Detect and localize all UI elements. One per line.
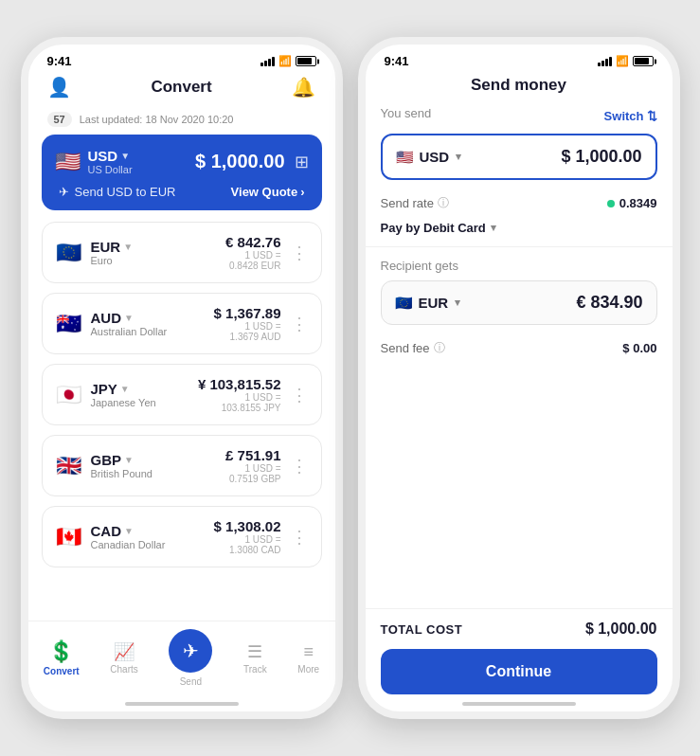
cad-rate: 1 USD =1.3080 CAD bbox=[214, 534, 281, 555]
pay-chevron-icon: ▾ bbox=[491, 222, 496, 234]
nav-send-label: Send bbox=[180, 676, 202, 687]
base-currency-card[interactable]: 🇺🇸 USD ▼ US Dollar $ 1,000.00 ⊞ bbox=[42, 135, 322, 210]
nav-send[interactable]: ✈ Send bbox=[169, 629, 212, 687]
rate-info-icon[interactable]: ⓘ bbox=[438, 195, 449, 211]
status-icons-left: 📶 bbox=[260, 55, 316, 67]
usd-name: US Dollar bbox=[88, 164, 133, 175]
jpy-name: Japanese Yen bbox=[91, 397, 156, 408]
cad-card[interactable]: 🇨🇦 CAD ▼ Canadian Dollar $ 1,308.02 1 US… bbox=[42, 506, 322, 567]
send-button[interactable]: ✈ bbox=[169, 629, 212, 673]
aud-code: AUD ▼ bbox=[91, 310, 168, 326]
send-rate-value: 0.8349 bbox=[607, 196, 657, 210]
profile-icon[interactable]: 👤 bbox=[47, 76, 71, 99]
cad-amount: $ 1,308.02 bbox=[214, 518, 281, 534]
jpy-more-icon[interactable]: ⋮ bbox=[291, 385, 308, 405]
battery-icon bbox=[296, 56, 316, 66]
signal-icon-right bbox=[598, 57, 612, 66]
nav-more-label: More bbox=[297, 664, 319, 675]
recipient-amount-card: 🇪🇺 EUR ▾ € 834.90 bbox=[381, 280, 657, 325]
send-money-header: Send money bbox=[366, 72, 673, 106]
status-bar-left: 9:41 📶 bbox=[28, 45, 335, 72]
send-label: ✈ Send USD to EUR bbox=[59, 185, 176, 199]
track-icon: ☰ bbox=[247, 641, 262, 662]
send-currency-selector[interactable]: 🇺🇸 USD ▾ bbox=[396, 149, 462, 166]
recipient-flag: 🇪🇺 bbox=[395, 295, 413, 312]
fee-info-icon[interactable]: ⓘ bbox=[434, 340, 445, 356]
home-indicator-left bbox=[125, 702, 239, 706]
gbp-more-icon[interactable]: ⋮ bbox=[291, 456, 308, 477]
gbp-card[interactable]: 🇬🇧 GBP ▼ British Pound £ 751.91 1 USD =0… bbox=[42, 435, 322, 496]
send-fee-row: Send fee ⓘ $ 0.00 bbox=[381, 334, 657, 368]
aud-rate: 1 USD =1.3679 AUD bbox=[214, 321, 281, 342]
gbp-name: British Pound bbox=[91, 468, 153, 479]
send-content: You send Switch ⇅ 🇺🇸 USD ▾ $ 1,000.00 Se… bbox=[366, 106, 673, 608]
nav-convert[interactable]: 💲 Convert bbox=[44, 639, 80, 676]
view-quote-link[interactable]: View Quote › bbox=[231, 185, 305, 199]
left-phone: 9:41 📶 👤 Convert 🔔 57 bbox=[21, 37, 343, 719]
send-amount-value[interactable]: $ 1,000.00 bbox=[561, 147, 641, 167]
send-code: USD bbox=[420, 149, 450, 165]
send-fee-label: Send fee ⓘ bbox=[381, 340, 445, 356]
total-cost-value: $ 1,000.00 bbox=[585, 621, 657, 638]
wifi-icon: 📶 bbox=[278, 55, 292, 67]
recipient-section: Recipient gets 🇪🇺 EUR ▾ € 834.90 bbox=[381, 259, 657, 325]
aud-card[interactable]: 🇦🇺 AUD ▼ Australian Dollar $ 1,367.89 1 … bbox=[42, 293, 322, 354]
calculator-icon[interactable]: ⊞ bbox=[295, 152, 309, 172]
nav-track-label: Track bbox=[243, 664, 267, 675]
bell-icon[interactable]: 🔔 bbox=[292, 76, 315, 99]
nav-charts[interactable]: 📈 Charts bbox=[110, 641, 137, 675]
eur-more-icon[interactable]: ⋮ bbox=[291, 243, 308, 263]
send-amount-input[interactable]: 🇺🇸 USD ▾ $ 1,000.00 bbox=[381, 134, 657, 180]
more-icon: ≡ bbox=[303, 642, 314, 662]
gbp-amount: £ 751.91 bbox=[225, 447, 280, 463]
nav-track[interactable]: ☰ Track bbox=[243, 641, 267, 675]
total-cost-label: TOTAL COST bbox=[381, 622, 463, 637]
charts-icon: 📈 bbox=[114, 641, 135, 662]
battery-icon-right bbox=[633, 56, 654, 66]
recipient-currency-selector[interactable]: 🇪🇺 EUR ▾ bbox=[395, 295, 461, 312]
send-money-title: Send money bbox=[471, 76, 566, 94]
eur-amount: € 842.76 bbox=[225, 234, 280, 250]
status-icons-right: 📶 bbox=[598, 55, 654, 67]
gbp-rate: 1 USD =0.7519 GBP bbox=[225, 463, 280, 484]
eur-name: Euro bbox=[91, 255, 134, 266]
recipient-amount-value: € 834.90 bbox=[576, 293, 642, 313]
aud-flag: 🇦🇺 bbox=[56, 314, 81, 334]
send-fee-value: $ 0.00 bbox=[622, 341, 656, 355]
home-indicator-right bbox=[462, 702, 576, 706]
eur-card[interactable]: 🇪🇺 EUR ▼ Euro € 842.76 1 USD =0.8428 EUR… bbox=[42, 222, 322, 283]
send-bar[interactable]: ✈ Send USD to EUR View Quote › bbox=[55, 175, 309, 210]
aud-amount: $ 1,367.89 bbox=[214, 305, 281, 321]
eur-code: EUR ▼ bbox=[91, 239, 134, 255]
send-icon: ✈ bbox=[183, 639, 199, 662]
you-send-label: You send bbox=[381, 106, 432, 120]
aud-more-icon[interactable]: ⋮ bbox=[291, 314, 308, 334]
cad-name: Canadian Dollar bbox=[91, 539, 166, 550]
gbp-flag: 🇬🇧 bbox=[56, 456, 81, 477]
convert-header: 👤 Convert 🔔 bbox=[28, 72, 335, 108]
jpy-rate: 1 USD =103.8155 JPY bbox=[198, 392, 281, 413]
send-chevron-icon: ▾ bbox=[456, 151, 461, 163]
cad-more-icon[interactable]: ⋮ bbox=[291, 527, 308, 548]
eur-rate: 1 USD =0.8428 EUR bbox=[225, 250, 280, 271]
recipient-label: Recipient gets bbox=[381, 259, 657, 273]
convert-title: Convert bbox=[151, 78, 211, 97]
recipient-chevron-icon: ▾ bbox=[455, 297, 460, 309]
send-rate-row: Send rate ⓘ 0.8349 bbox=[381, 189, 657, 217]
jpy-code: JPY ▼ bbox=[91, 381, 156, 397]
continue-button[interactable]: Continue bbox=[381, 649, 657, 694]
send-arrow-icon: ✈ bbox=[59, 185, 69, 199]
jpy-amount: ¥ 103,815.52 bbox=[198, 376, 281, 392]
convert-icon: 💲 bbox=[48, 639, 74, 664]
pay-method-row[interactable]: Pay by Debit Card ▾ bbox=[381, 217, 657, 246]
pay-method-label: Pay by Debit Card bbox=[381, 221, 486, 235]
gbp-code: GBP ▼ bbox=[91, 452, 153, 468]
base-flag-currency: 🇺🇸 USD ▼ US Dollar bbox=[55, 148, 133, 175]
switch-link[interactable]: Switch ⇅ bbox=[604, 109, 657, 123]
jpy-card[interactable]: 🇯🇵 JPY ▼ Japanese Yen ¥ 103,815.52 1 USD… bbox=[42, 364, 322, 425]
cad-code: CAD ▼ bbox=[91, 523, 166, 539]
nav-more[interactable]: ≡ More bbox=[297, 642, 319, 675]
update-text: Last updated: 18 Nov 2020 10:20 bbox=[80, 114, 234, 125]
section-divider bbox=[366, 246, 673, 247]
usd-flag: 🇺🇸 bbox=[55, 152, 81, 172]
